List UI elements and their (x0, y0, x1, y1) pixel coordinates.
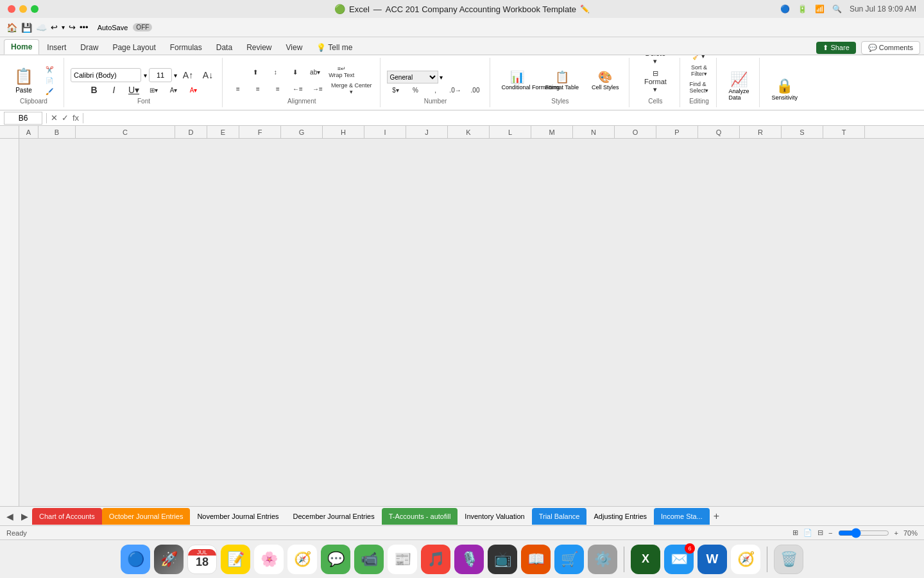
col-header-i[interactable]: I (364, 126, 406, 138)
sheet-tab-income-statement[interactable]: Income Sta... (654, 508, 710, 525)
zoom-slider[interactable] (838, 528, 889, 538)
bold-button[interactable]: B (85, 83, 103, 96)
text-direction-button[interactable]: ab▾ (306, 67, 324, 77)
dock-news[interactable]: 📰 (388, 545, 417, 574)
merge-center-button[interactable]: Merge & Center▾ (329, 81, 375, 96)
col-header-t[interactable]: T (823, 126, 865, 138)
align-middle-button[interactable]: ↕ (266, 67, 284, 77)
font-size-input[interactable] (149, 68, 172, 82)
col-header-e[interactable]: E (207, 126, 239, 138)
page-break-view-icon[interactable]: ⊟ (817, 529, 823, 537)
window-controls[interactable] (8, 5, 38, 13)
sheet-tab-december-journal[interactable]: December Journal Entries (286, 508, 382, 525)
zoom-in-icon[interactable]: + (894, 529, 898, 537)
cut-button[interactable]: ✂️ (40, 65, 58, 74)
fill-color-button[interactable]: A▾ (165, 85, 183, 95)
dock-trash[interactable]: 🗑️ (774, 545, 803, 574)
save-icon[interactable]: 💾 (21, 22, 32, 33)
col-header-j[interactable]: J (406, 126, 448, 138)
dock-mail[interactable]: ✉️ 6 (664, 545, 694, 574)
cloud-save-icon[interactable]: ☁️ (36, 22, 47, 33)
page-layout-view-icon[interactable]: 📄 (803, 529, 812, 537)
normal-view-icon[interactable]: ⊞ (792, 529, 798, 537)
cell-styles-button[interactable]: 🎨 Cell Styles (586, 67, 624, 93)
confirm-formula-icon[interactable]: ✓ (62, 113, 69, 123)
align-top-button[interactable]: ⬆ (246, 67, 264, 77)
font-size-dropdown[interactable]: ▾ (174, 72, 177, 79)
increase-indent-button[interactable]: →≡ (309, 84, 327, 94)
decrease-decimal-button[interactable]: .0→ (447, 85, 465, 95)
formula-input[interactable] (87, 114, 920, 123)
col-header-m[interactable]: M (531, 126, 573, 138)
col-header-k[interactable]: K (448, 126, 490, 138)
minimize-button[interactable] (19, 5, 27, 13)
tell-me-btn[interactable]: 💡Tell me (310, 40, 359, 55)
dock-books[interactable]: 📖 (521, 545, 551, 574)
autosave-toggle[interactable]: OFF (133, 23, 152, 31)
undo-dropdown[interactable]: ▾ (62, 24, 65, 31)
dock-podcasts[interactable]: 🎙️ (454, 545, 484, 574)
col-header-c[interactable]: C (76, 126, 175, 138)
cell-reference-box[interactable] (4, 112, 42, 125)
col-header-f[interactable]: F (239, 126, 281, 138)
search-icon[interactable]: 🔍 (832, 4, 842, 13)
tab-draw[interactable]: Draw (74, 40, 105, 55)
col-header-d[interactable]: D (175, 126, 207, 138)
sheet-tab-chart-of-accounts[interactable]: Chart of Accounts (32, 508, 102, 525)
sheet-tab-october-journal[interactable]: October Journal Entries (102, 508, 191, 525)
format-table-button[interactable]: 📋 Format Table (540, 67, 584, 93)
share-button[interactable]: ⬆ Share (816, 42, 855, 54)
sheet-tab-trial-balance[interactable]: Trial Balance (532, 508, 587, 525)
delete-button[interactable]: ⊖ Delete ▾ (636, 55, 674, 67)
tab-home[interactable]: Home (4, 39, 39, 55)
dock-safari[interactable]: 🧭 (287, 545, 317, 574)
insert-function-icon[interactable]: fx (73, 113, 79, 123)
align-center-button[interactable]: ≡ (249, 84, 267, 94)
dock-finder[interactable]: 🔵 (121, 545, 150, 574)
dock-calendar[interactable]: JUL 18 (187, 545, 217, 574)
sheet-tab-inventory[interactable]: Inventory Valuation (458, 508, 531, 525)
paste-button[interactable]: 📋 Paste (9, 65, 38, 96)
sheet-tab-t-accounts[interactable]: T-Accounts - autofill (382, 508, 458, 525)
more-btn[interactable]: ••• (80, 22, 89, 32)
dock-appstore[interactable]: 🛒 (554, 545, 584, 574)
sheet-tab-november-journal[interactable]: November Journal Entries (190, 508, 286, 525)
wrap-text-button[interactable]: ≡↵ Wrap Text (326, 64, 357, 80)
tab-insert[interactable]: Insert (40, 40, 73, 55)
dock-facetime[interactable]: 📹 (354, 545, 384, 574)
analyze-data-button[interactable]: 📈 AnalyzeData (723, 69, 754, 103)
tab-data[interactable]: Data (210, 40, 239, 55)
align-right-button[interactable]: ≡ (269, 84, 287, 94)
conditional-formatting-button[interactable]: 📊 Conditional Formatting (497, 67, 538, 94)
col-header-b[interactable]: B (38, 126, 76, 138)
home-icon[interactable]: 🏠 (6, 22, 17, 33)
close-button[interactable] (8, 5, 15, 13)
align-left-button[interactable]: ≡ (229, 84, 247, 94)
increase-decimal-button[interactable]: .00 (466, 85, 484, 95)
dock-messages[interactable]: 💬 (321, 545, 350, 574)
col-header-a[interactable]: A (19, 126, 38, 138)
col-header-h[interactable]: H (323, 126, 364, 138)
col-header-g[interactable]: G (281, 126, 323, 138)
percent-button[interactable]: % (407, 85, 425, 95)
underline-button[interactable]: U▾ (125, 83, 143, 96)
redo-btn[interactable]: ↪ (69, 22, 76, 32)
borders-button[interactable]: ⊞▾ (145, 85, 163, 95)
dock-systemprefs[interactable]: ⚙️ (588, 545, 617, 574)
comma-button[interactable]: , (427, 85, 445, 95)
add-sheet-button[interactable]: + (710, 511, 723, 522)
dock-word[interactable]: W (697, 545, 727, 574)
decrease-indent-button[interactable]: ←≡ (289, 84, 307, 94)
align-bottom-button[interactable]: ⬇ (286, 67, 304, 77)
sensitivity-button[interactable]: 🔒 Sensitivity (766, 75, 803, 103)
col-header-q[interactable]: Q (698, 126, 740, 138)
zoom-out-icon[interactable]: − (828, 529, 832, 537)
dock-excel[interactable]: X (631, 545, 660, 574)
number-format-select[interactable]: General (387, 71, 438, 83)
decrease-font-button[interactable]: A↓ (199, 69, 217, 82)
col-header-s[interactable]: S (782, 126, 823, 138)
format-painter-button[interactable]: 🖌️ (40, 87, 58, 96)
currency-button[interactable]: $▾ (387, 85, 405, 95)
col-header-r[interactable]: R (740, 126, 782, 138)
col-header-l[interactable]: L (490, 126, 531, 138)
